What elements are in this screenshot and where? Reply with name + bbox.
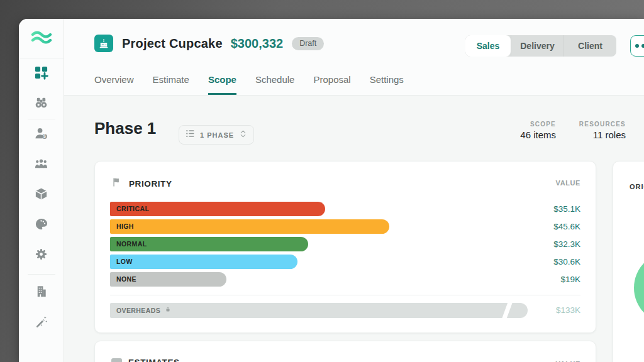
dot-icon: [635, 44, 639, 48]
estimates-card-title: ESTIMATES: [128, 358, 180, 362]
divider: [110, 295, 580, 295]
tab-schedule[interactable]: Schedule: [255, 74, 295, 95]
sidebar-item-packages[interactable]: [19, 180, 64, 210]
overheads-value: $133K: [556, 303, 580, 318]
scope-content: Phase 1 1 PHASE SCOPE: [64, 96, 644, 362]
sliders-icon: [111, 358, 122, 362]
sidebar: $: [19, 19, 64, 362]
stat-resources-value: 11 roles: [579, 129, 626, 140]
chevron-up-down-icon: [239, 129, 247, 141]
overheads-row[interactable]: OVERHEADS $133K: [110, 303, 580, 318]
sidebar-item-search[interactable]: [19, 89, 64, 119]
palette-icon: [34, 217, 48, 234]
status-badge: Draft: [292, 37, 324, 50]
binoculars-icon: [34, 96, 48, 112]
project-header: Project Cupcake $300,332 Draft Sales Del…: [64, 19, 644, 96]
nav-tabs: Overview Estimate Scope Schedule Proposa…: [94, 74, 404, 95]
stat-scope: SCOPE 46 items: [520, 121, 556, 140]
sidebar-item-team[interactable]: [19, 150, 64, 180]
tab-estimate[interactable]: Estimate: [153, 74, 189, 95]
mode-tab-delivery[interactable]: Delivery: [511, 35, 564, 57]
sidebar-item-company[interactable]: [19, 277, 64, 307]
bar-break-indicator: [502, 303, 513, 318]
mode-switcher: Sales Delivery Client: [465, 35, 616, 57]
app-logo[interactable]: [19, 19, 64, 58]
mode-tab-sales[interactable]: Sales: [465, 35, 511, 57]
waves-logo-icon: [31, 29, 52, 48]
stat-resources-label: RESOURCES: [579, 121, 626, 128]
phase-selector[interactable]: 1 PHASE: [179, 125, 254, 145]
app-window: $: [19, 19, 644, 362]
priority-row-high[interactable]: HIGH $45.6K: [110, 219, 580, 234]
bar-high: [110, 219, 389, 234]
donut-chart[interactable]: [634, 252, 644, 324]
phase-selector-label: 1 PHASE: [200, 131, 234, 139]
sidebar-item-projects[interactable]: [19, 58, 64, 89]
bar-value: $32.3K: [553, 237, 580, 251]
bar-label: HIGH: [116, 219, 134, 234]
bar-label: LOW: [116, 255, 133, 269]
list-icon: [186, 129, 195, 141]
overheads-label: OVERHEADS: [116, 303, 160, 318]
sidebar-item-magic[interactable]: [19, 307, 64, 337]
stat-scope-label: SCOPE: [520, 121, 556, 128]
dot-icon: [641, 44, 644, 48]
overheads-bar: [110, 303, 528, 318]
bar-label: NONE: [116, 272, 136, 287]
bar-low: [110, 255, 297, 269]
priority-row-normal[interactable]: NORMAL $32.3K: [110, 237, 580, 251]
bar-value: $45.6K: [553, 219, 580, 234]
tab-proposal[interactable]: Proposal: [313, 74, 350, 95]
estimates-card: ESTIMATES VALUE: [94, 341, 596, 362]
flag-icon: [111, 177, 123, 190]
priority-row-low[interactable]: LOW $30.6K: [110, 255, 580, 269]
priority-row-none[interactable]: NONE $19K: [110, 272, 580, 287]
bar-label: NORMAL: [116, 237, 147, 251]
priority-row-critical[interactable]: CRITICAL $35.1K: [110, 202, 580, 216]
bar-label: CRITICAL: [116, 202, 149, 216]
page-title: Phase 1: [94, 119, 156, 138]
mode-tab-client[interactable]: Client: [564, 35, 616, 57]
project-title: Project Cupcake: [122, 36, 223, 51]
bar-value: $30.6K: [553, 255, 580, 269]
bar-value: $35.1K: [553, 202, 580, 216]
svg-text:$: $: [43, 134, 46, 139]
priority-card: PRIORITY VALUE CRITICAL $35.1K HIGH $45.…: [94, 161, 596, 333]
sidebar-item-clients[interactable]: $: [19, 119, 64, 150]
sidebar-item-design[interactable]: [19, 210, 64, 240]
bar-value: $19K: [560, 272, 580, 287]
priority-bars: CRITICAL $35.1K HIGH $45.6K NORMAL $32.3…: [110, 202, 580, 290]
value-column-header: VALUE: [556, 179, 580, 187]
grid-plus-icon: [34, 65, 48, 82]
original-card: ORIGINAL: [613, 161, 644, 362]
gear-icon: [34, 247, 48, 264]
more-actions-button[interactable]: [630, 35, 644, 57]
original-card-title: ORIGINAL: [630, 183, 644, 190]
cube-icon: [34, 187, 48, 204]
stat-resources: RESOURCES 11 roles: [579, 121, 626, 140]
lock-icon: [164, 303, 172, 318]
main-area: Project Cupcake $300,332 Draft Sales Del…: [64, 19, 644, 362]
person-dollar-icon: $: [34, 126, 48, 143]
cake-icon: [94, 35, 113, 52]
priority-card-title: PRIORITY: [129, 179, 172, 189]
tab-settings[interactable]: Settings: [370, 74, 404, 95]
people-icon: [34, 156, 48, 173]
wand-icon: [34, 314, 48, 331]
sidebar-divider: [28, 274, 55, 275]
building-icon: [34, 284, 48, 301]
tab-overview[interactable]: Overview: [94, 74, 134, 95]
tab-scope[interactable]: Scope: [208, 74, 236, 95]
stat-scope-value: 46 items: [520, 129, 556, 140]
sidebar-item-settings[interactable]: [19, 240, 64, 270]
project-value: $300,332: [231, 36, 283, 51]
